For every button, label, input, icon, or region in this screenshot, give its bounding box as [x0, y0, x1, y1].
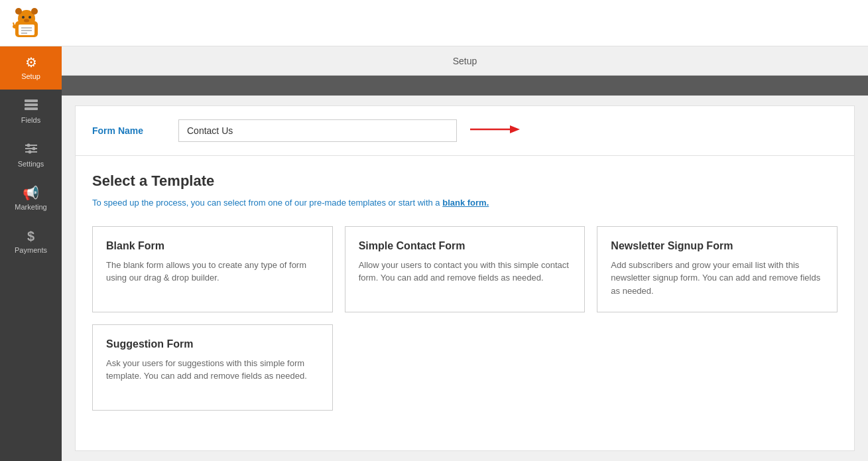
svg-rect-13 [25, 99, 38, 102]
sidebar: ⚙ Setup Fields [0, 46, 62, 461]
svg-point-3 [31, 8, 38, 15]
svg-point-4 [22, 16, 25, 19]
white-panel: Form Name Select a Template To sp [75, 105, 855, 451]
svg-point-19 [32, 147, 35, 151]
arrow-indicator [467, 121, 520, 140]
payments-icon: $ [27, 230, 34, 243]
svg-point-2 [15, 8, 22, 15]
form-name-input[interactable] [178, 119, 457, 142]
svg-marker-23 [510, 125, 520, 133]
sidebar-item-payments[interactable]: $ Payments [0, 220, 62, 263]
sidebar-item-settings[interactable]: Settings [0, 133, 62, 177]
svg-point-6 [24, 19, 29, 22]
sidebar-item-marketing[interactable]: 📢 Marketing [0, 177, 62, 220]
logo [10, 7, 43, 40]
svg-point-5 [29, 16, 31, 19]
sidebar-item-fields[interactable]: Fields [0, 90, 62, 133]
form-name-row: Form Name [76, 106, 854, 156]
svg-rect-14 [25, 103, 38, 106]
blank-form-link[interactable]: blank form. [442, 198, 489, 208]
template-cards-row2: Suggestion Form Ask your users for sugge… [92, 324, 837, 411]
sub-header [62, 76, 868, 96]
svg-line-12 [13, 23, 14, 25]
template-cards-row1: Blank Form The blank form allows you to … [92, 226, 837, 312]
template-section-desc: To speed up the process, you can select … [92, 196, 837, 210]
template-section: Select a Template To speed up the proces… [76, 156, 854, 427]
content-area: Setup Form Name [62, 46, 868, 461]
setup-header-title: Setup [453, 56, 477, 66]
sidebar-item-setup[interactable]: ⚙ Setup [0, 46, 62, 90]
form-name-input-wrapper [178, 119, 520, 142]
settings-icon [24, 143, 38, 157]
top-bar [0, 0, 868, 46]
template-card-newsletter[interactable]: Newsletter Signup Form Add subscribers a… [597, 226, 837, 312]
setup-header: Setup [62, 46, 868, 76]
marketing-icon: 📢 [23, 186, 39, 200]
svg-point-17 [27, 144, 30, 147]
template-section-title: Select a Template [92, 172, 837, 190]
template-card-suggestion[interactable]: Suggestion Form Ask your users for sugge… [92, 324, 333, 411]
svg-rect-15 [25, 107, 38, 110]
fields-icon [24, 99, 38, 113]
template-card-blank[interactable]: Blank Form The blank form allows you to … [92, 226, 333, 312]
gear-icon: ⚙ [25, 56, 37, 69]
template-card-simple-contact[interactable]: Simple Contact Form Allow your users to … [345, 226, 586, 312]
form-name-label: Form Name [92, 125, 158, 136]
svg-point-21 [28, 151, 31, 154]
